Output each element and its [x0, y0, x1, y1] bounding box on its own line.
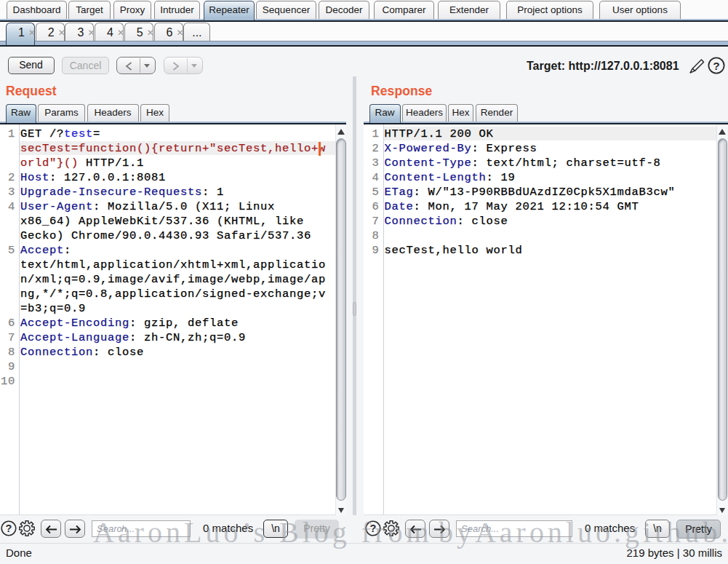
svg-text:?: ? — [6, 523, 12, 534]
svg-text:?: ? — [713, 60, 719, 72]
